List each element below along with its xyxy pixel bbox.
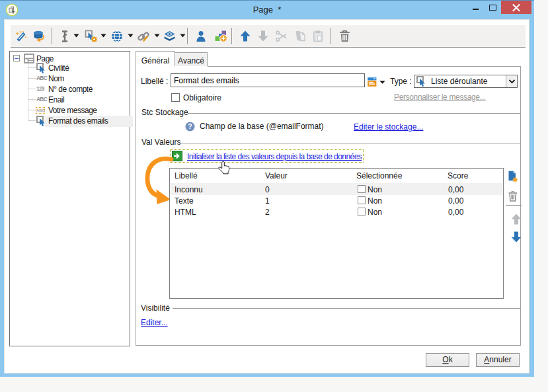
svg-text:?: ? [188,122,192,130]
